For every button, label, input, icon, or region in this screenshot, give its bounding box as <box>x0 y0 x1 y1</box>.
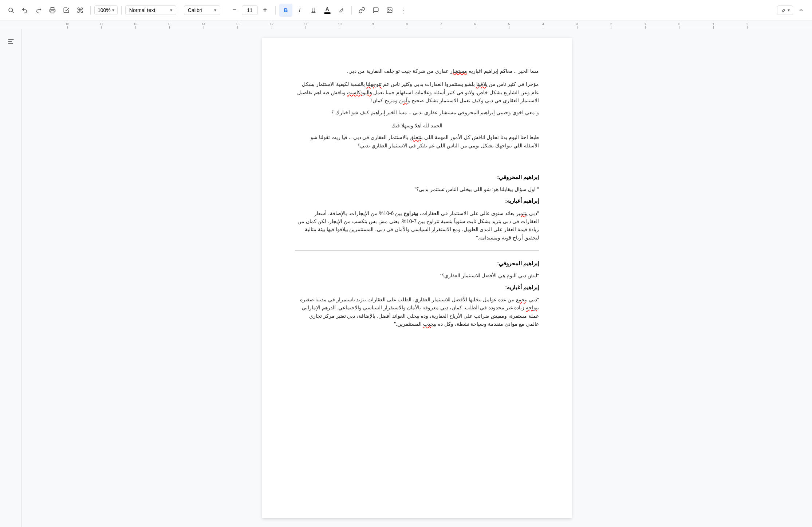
more-button[interactable]: ⋮ <box>397 4 410 17</box>
ruler-mark--10: 10 <box>338 22 342 29</box>
font-size-box[interactable]: 11 <box>242 5 258 15</box>
svg-line-3 <box>339 11 340 12</box>
search-button[interactable] <box>4 4 17 17</box>
insert-buttons-group: ⋮ <box>355 4 410 17</box>
ruler-mark--16: 16 <box>134 22 137 29</box>
speaker-text-4: "دبي بتجمع بين عدة عوامل بتخليها الأفضل … <box>295 296 539 328</box>
undo-button[interactable] <box>18 4 31 17</box>
speaker-quote-1: " اول سؤال بيقابلنا هو: شو اللي بيخلي ال… <box>295 185 539 193</box>
ruler-mark--5: 5 <box>508 22 510 29</box>
word-underlined-6: بتتعلق <box>410 134 423 140</box>
speaker-block-4: إبراهيم أغباريه: "دبي بتجمع بين عدة عوام… <box>295 284 539 328</box>
paragraph-1: مسا الخير .. معاكم إبراهيم اغباريه مستشا… <box>295 67 539 75</box>
section-separator <box>295 250 539 251</box>
font-size-decrease-button[interactable]: − <box>228 4 241 17</box>
format-buttons-group: B I U A <box>279 4 348 17</box>
image-button[interactable] <box>383 4 396 17</box>
font-value: Calibri <box>188 7 202 13</box>
ruler-mark--6: 6 <box>474 22 476 29</box>
text-color-button[interactable]: A <box>321 4 334 17</box>
paragraph-3: و معي اخوي وحبيبي إبراهيم المحروقي مستشا… <box>295 108 539 116</box>
main-layout: مسا الخير .. معاكم إبراهيم اغباريه مستشا… <box>0 29 812 527</box>
print-button[interactable] <box>46 4 59 17</box>
ruler-mark--7: 7 <box>440 22 442 29</box>
pen-selector[interactable]: ▾ <box>777 5 793 15</box>
paragraph-5: طبعا احنا اليوم بدنا نحاول اناقش كل الأم… <box>295 133 539 150</box>
ruler-mark--14: 14 <box>202 22 205 29</box>
ruler-mark-1: 1 <box>713 22 714 29</box>
speaker-label-3: إبراهيم المحروقي: <box>295 259 539 268</box>
document-page[interactable]: مسا الخير .. معاكم إبراهيم اغباريه مستشا… <box>262 38 572 518</box>
paragraph-4: الحمد لله اهلا وسهلا فيك <box>295 122 539 130</box>
ruler-mark-0: 0 <box>678 22 680 29</box>
divider-5 <box>275 6 276 15</box>
ruler-mark--8: 8 <box>406 22 408 29</box>
font-chevron: ▾ <box>214 8 216 13</box>
speaker-text-2: "دبي يتتميز بعائد سنوي عالي على الاستثما… <box>295 209 539 242</box>
speaker-label-2: إبراهيم أغباريه: <box>295 197 539 205</box>
paint-format-button[interactable] <box>74 4 87 17</box>
divider-3 <box>180 6 180 15</box>
speaker-label-1: إبراهيم المحروقي: <box>295 173 539 182</box>
text-color-indicator <box>324 12 331 14</box>
font-size-increase-button[interactable]: + <box>259 4 272 17</box>
word-underlined-4: هاليودكاست <box>347 90 372 95</box>
highlight-button[interactable] <box>335 4 348 17</box>
ruler-mark--11: 11 <box>304 22 308 29</box>
speaker-quote-3: "ليش دبي اليوم هي الأفضل للاستثمار العقا… <box>295 272 539 280</box>
speaker-block-1: إبراهيم المحروقي: " اول سؤال بيقابلنا هو… <box>295 173 539 194</box>
bold-button[interactable]: B <box>279 4 292 17</box>
ruler-mark--9: 9 <box>372 22 374 29</box>
font-size-control: − 11 + <box>228 4 272 17</box>
ruler-mark--3: 3 <box>576 22 578 29</box>
ruler-mark-2: 2 <box>746 22 748 29</box>
underline-button[interactable]: U <box>307 4 320 17</box>
zoom-value: 100% <box>98 7 111 13</box>
redo-button[interactable] <box>32 4 45 17</box>
word-underlined-5: وآمن <box>399 98 410 103</box>
svg-point-5 <box>388 9 389 9</box>
ruler-mark--15: 15 <box>168 22 172 29</box>
speaker-block-3: إبراهيم المحروقي: "ليش دبي اليوم هي الأف… <box>295 259 539 280</box>
speaker-block-2: إبراهيم أغباريه: "دبي يتتميز بعائد سنوي … <box>295 197 539 242</box>
word-underlined-8: بتجمع <box>516 297 528 302</box>
text-color-label: A <box>326 6 329 12</box>
word-underlined-10: بيجذب <box>423 321 437 327</box>
italic-label: I <box>299 7 300 13</box>
outline-toggle-button[interactable] <box>4 35 17 48</box>
pen-chevron: ▾ <box>788 8 790 13</box>
font-selector[interactable]: Calibri ▾ <box>184 5 220 15</box>
toolbar-end: ▾ <box>777 4 808 17</box>
bold-span-1: بيتراوح <box>403 210 418 216</box>
collapse-button[interactable] <box>795 4 808 17</box>
divider-2 <box>121 6 122 15</box>
zoom-selector[interactable]: 100% <box>94 5 118 15</box>
ruler-mark--13: 13 <box>236 22 240 29</box>
link-button[interactable] <box>355 4 368 17</box>
spellcheck-button[interactable] <box>60 4 73 17</box>
ruler-mark--12: 12 <box>270 22 273 29</box>
svg-line-1 <box>12 11 13 13</box>
word-underlined-9: يتواجه <box>526 305 539 310</box>
style-chevron: ▾ <box>170 8 172 13</box>
svg-rect-2 <box>51 11 54 13</box>
word-underlined-1: مستشار <box>450 68 467 74</box>
divider-6 <box>351 6 352 15</box>
ruler-inner: 181716151413121110987654321012 <box>66 20 746 29</box>
word-underlined-7: يتتميز <box>516 210 528 216</box>
word-underlined-3: تتوجهلنا <box>366 81 382 87</box>
document-area[interactable]: مسا الخير .. معاكم إبراهيم اغباريه مستشا… <box>22 29 812 527</box>
style-selector[interactable]: Normal text ▾ <box>125 5 176 15</box>
ruler-mark--2: 2 <box>610 22 612 29</box>
svg-point-0 <box>9 8 13 12</box>
divider-1 <box>90 6 91 15</box>
italic-button[interactable]: I <box>293 4 306 17</box>
ruler-mark--17: 17 <box>100 22 103 29</box>
ruler-mark--18: 18 <box>66 22 69 29</box>
divider-4 <box>224 6 224 15</box>
comment-button[interactable] <box>369 4 382 17</box>
toolbar-left-group <box>4 4 87 17</box>
paragraph-2: مؤخرا في كثير ناس من يلاقينا بلشو يستثمر… <box>295 80 539 104</box>
word-underlined-2: يلاقينا <box>476 81 488 87</box>
left-sidebar <box>0 29 22 527</box>
